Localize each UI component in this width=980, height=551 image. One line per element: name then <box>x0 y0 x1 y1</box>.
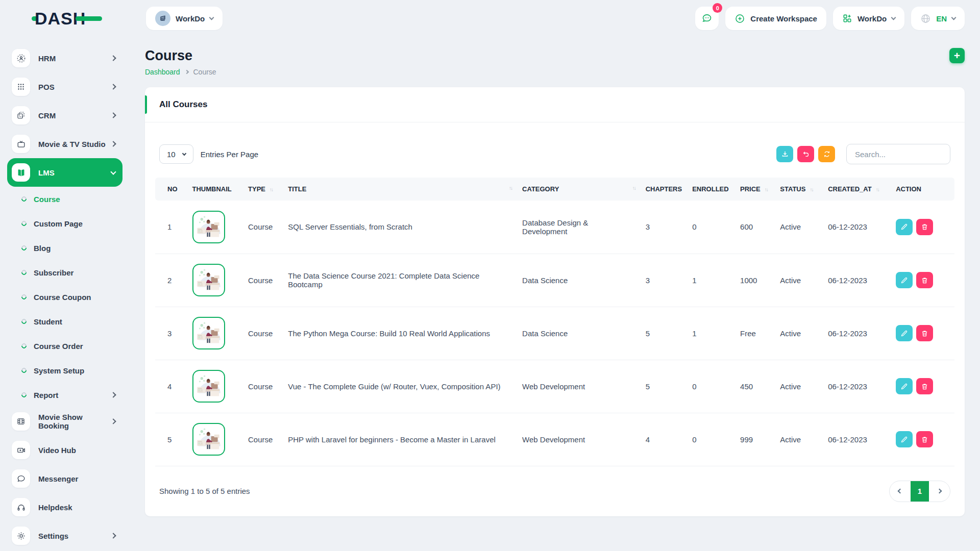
cell-enrolled: 0 <box>687 413 735 466</box>
entries-per-page-select[interactable]: 10 <box>159 144 193 164</box>
chevron-right-icon <box>110 112 116 118</box>
table-row: 2 Course The Data Science Course 2021: C… <box>155 254 954 307</box>
cell-enrolled: 0 <box>687 201 735 254</box>
sidebar-subitem-custom-page[interactable]: Custom Page <box>0 211 122 236</box>
pagination-page-1[interactable]: 1 <box>911 481 929 502</box>
create-workspace-button[interactable]: Create Workspace <box>725 7 826 30</box>
column-header-status[interactable]: STATUS↑↓ <box>775 178 823 201</box>
pencil-icon <box>900 277 908 284</box>
breadcrumb-dashboard-link[interactable]: Dashboard <box>145 68 180 76</box>
edit-button[interactable] <box>896 272 913 288</box>
bullet-icon <box>20 318 28 325</box>
chevron-right-icon <box>110 55 116 61</box>
trash-icon <box>921 223 928 231</box>
cell-enrolled: 1 <box>687 307 735 360</box>
column-header-title[interactable]: TITLE↑↓ <box>283 178 517 201</box>
pagination-next-button[interactable] <box>929 481 950 502</box>
sidebar-subitem-label: Student <box>34 317 62 326</box>
grid-plus-icon <box>842 13 852 23</box>
course-thumbnail[interactable] <box>192 370 225 403</box>
sidebar-item-crm[interactable]: CRM <box>7 101 122 130</box>
sidebar-item-label: POS <box>38 83 55 91</box>
sidebar-item-movie-show-booking[interactable]: Movie Show Booking <box>7 407 122 436</box>
delete-button[interactable] <box>916 378 933 394</box>
sidebar-subitem-label: Course Order <box>34 342 83 350</box>
app-switcher[interactable]: WorkDo <box>833 7 904 30</box>
delete-button[interactable] <box>916 325 933 341</box>
edit-button[interactable] <box>896 378 913 394</box>
chevron-left-icon <box>898 489 903 494</box>
sidebar-subitem-subscriber[interactable]: Subscriber <box>0 260 122 285</box>
cell-enrolled: 1 <box>687 254 735 307</box>
sidebar-item-hrm[interactable]: HRM <box>7 44 122 72</box>
cell-status: Active <box>775 360 823 413</box>
pos-icon <box>12 78 30 96</box>
cell-created-at: 06-12-2023 <box>823 360 891 413</box>
sidebar-item-pos[interactable]: POS <box>7 72 122 101</box>
trash-icon <box>921 436 928 443</box>
edit-button[interactable] <box>896 219 913 235</box>
column-header-price[interactable]: PRICE↑↓ <box>735 178 775 201</box>
delete-button[interactable] <box>916 431 933 447</box>
export-button[interactable] <box>776 146 793 162</box>
messages-button[interactable]: 0 <box>695 7 719 30</box>
sidebar-item-movie-tv-studio[interactable]: Movie & TV Studio <box>7 130 122 158</box>
workspace-selector[interactable]: WorkDo <box>146 7 223 30</box>
cell-title: The Data Science Course 2021: Complete D… <box>283 254 517 307</box>
breadcrumb: Dashboard Course <box>145 68 216 76</box>
cell-type: Course <box>243 201 283 254</box>
video-camera-icon <box>12 441 30 459</box>
edit-button[interactable] <box>896 325 913 341</box>
sidebar-item-settings[interactable]: Settings <box>7 521 122 550</box>
delete-button[interactable] <box>916 272 933 288</box>
sidebar-item-helpdesk[interactable]: Helpdesk <box>7 493 122 521</box>
sidebar-subitem-course-order[interactable]: Course Order <box>0 334 122 358</box>
book-icon <box>12 163 30 182</box>
bullet-icon <box>20 220 28 227</box>
sidebar-item-label: Helpdesk <box>38 503 72 512</box>
pagination-prev-button[interactable] <box>890 481 911 502</box>
column-header-type[interactable]: TYPE↑↓ <box>243 178 283 201</box>
sidebar-subitem-blog[interactable]: Blog <box>0 236 122 260</box>
sidebar-subitem-label: Course Coupon <box>34 293 91 302</box>
course-thumbnail[interactable] <box>192 423 225 456</box>
refresh-icon <box>823 150 831 158</box>
sidebar-item-label: CRM <box>38 111 56 120</box>
table-row: 1 Course SQL Server Essentials, from Scr… <box>155 201 954 254</box>
sidebar-item-video-hub[interactable]: Video Hub <box>7 436 122 464</box>
sidebar-subitem-course-coupon[interactable]: Course Coupon <box>0 285 122 309</box>
language-selector[interactable]: EN <box>911 7 965 30</box>
chevron-right-icon <box>110 533 116 538</box>
search-input[interactable] <box>846 144 950 164</box>
sidebar-item-lms[interactable]: LMS <box>7 158 122 187</box>
sidebar-subitem-student[interactable]: Student <box>0 309 122 334</box>
chevron-down-icon <box>891 15 896 20</box>
edit-button[interactable] <box>896 431 913 447</box>
chevron-down-icon <box>110 169 116 174</box>
table-header-row: NO THUMBNAIL TYPE↑↓ TITLE↑↓ CATEGORY↑↓ C… <box>155 178 954 201</box>
course-illustration <box>194 318 224 348</box>
refresh-button[interactable] <box>818 146 835 162</box>
dash-logo[interactable]: DASH <box>32 9 102 29</box>
sidebar-subitem-system-setup[interactable]: System Setup <box>0 358 122 383</box>
add-course-button[interactable]: + <box>949 48 965 63</box>
accent-bar <box>145 95 147 114</box>
sidebar-item-messenger[interactable]: Messenger <box>7 464 122 493</box>
column-header-created-at[interactable]: CREATED_AT↑↓ <box>823 178 891 201</box>
course-thumbnail[interactable] <box>192 264 225 296</box>
sidebar-subitem-course[interactable]: Course <box>0 187 122 211</box>
course-thumbnail[interactable] <box>192 211 225 243</box>
cell-no: 2 <box>155 254 187 307</box>
crm-icon <box>12 106 30 124</box>
course-thumbnail[interactable] <box>192 317 225 349</box>
language-label: EN <box>936 14 947 23</box>
cell-no: 5 <box>155 413 187 466</box>
sidebar-subitem-report[interactable]: Report <box>0 383 122 407</box>
sidebar-item-label: Movie & TV Studio <box>38 140 106 148</box>
column-header-category[interactable]: CATEGORY↑↓ <box>517 178 641 201</box>
cell-type: Course <box>243 360 283 413</box>
column-header-action: ACTION <box>891 178 954 201</box>
cell-chapters: 5 <box>641 307 688 360</box>
delete-button[interactable] <box>916 219 933 235</box>
undo-button[interactable] <box>797 146 814 162</box>
